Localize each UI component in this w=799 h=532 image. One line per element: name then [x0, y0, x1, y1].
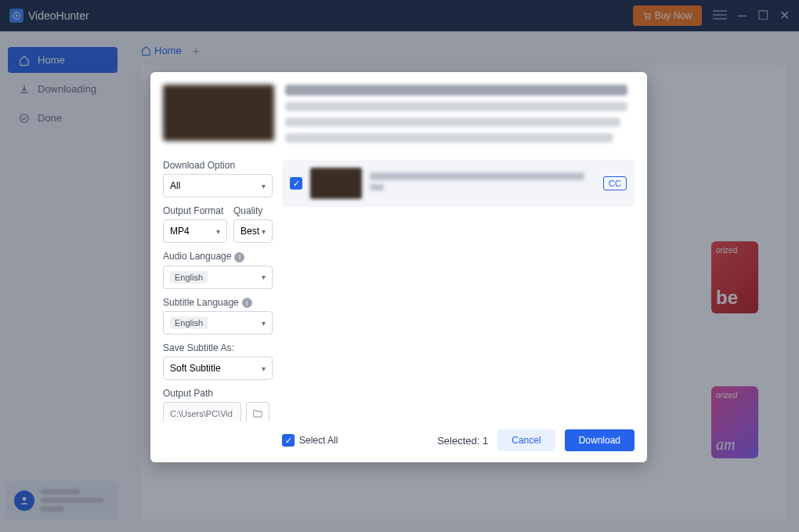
output-format-label: Output Format [163, 205, 227, 216]
chevron-down-icon: ▾ [216, 227, 220, 236]
quality-select[interactable]: Best ▾ [233, 219, 273, 243]
output-format-select[interactable]: MP4 ▾ [163, 219, 227, 243]
output-path-input[interactable] [163, 402, 241, 422]
cancel-button[interactable]: Cancel [497, 429, 555, 451]
options-panel: Download Option All ▾ Output Format Qual… [163, 160, 273, 422]
result-meta [370, 172, 595, 194]
browse-folder-button[interactable] [246, 402, 269, 422]
selected-count: Selected: 1 [437, 435, 488, 447]
video-meta [285, 85, 634, 149]
save-subtitle-select[interactable]: Soft Subtitle ▾ [163, 356, 273, 380]
chevron-down-icon: ▾ [262, 319, 266, 328]
folder-icon [252, 408, 263, 419]
download-button[interactable]: Download [565, 429, 634, 451]
info-icon[interactable]: ! [234, 252, 244, 262]
result-item[interactable]: ✓ CC [282, 160, 634, 207]
download-modal: Download Option All ▾ Output Format Qual… [150, 72, 647, 462]
quality-label: Quality [233, 205, 273, 216]
info-icon[interactable]: ! [242, 298, 252, 308]
modal-footer: ✓ Select All Selected: 1 Cancel Download [163, 422, 634, 451]
output-path-label: Output Path [163, 388, 273, 399]
audio-language-select[interactable]: English ▾ [163, 266, 273, 289]
subtitle-language-select[interactable]: English ▾ [163, 311, 273, 335]
download-option-label: Download Option [163, 160, 273, 171]
chevron-down-icon: ▾ [262, 273, 266, 281]
chevron-down-icon: ▾ [262, 227, 266, 236]
audio-language-label: Audio Language! [163, 251, 273, 262]
select-all-control[interactable]: ✓ Select All [282, 434, 338, 447]
results-panel: ✓ CC [282, 160, 634, 422]
cc-badge[interactable]: CC [603, 176, 627, 190]
subtitle-language-label: Subtitle Language! [163, 297, 273, 309]
chevron-down-icon: ▾ [262, 364, 266, 373]
chevron-down-icon: ▾ [262, 182, 266, 190]
result-checkbox[interactable]: ✓ [290, 177, 302, 190]
modal-header [163, 85, 634, 149]
download-option-select[interactable]: All ▾ [163, 174, 273, 197]
result-thumbnail [310, 168, 362, 199]
select-all-checkbox[interactable]: ✓ [282, 434, 295, 447]
save-subtitle-label: Save Subtitle As: [163, 342, 273, 353]
video-thumbnail [163, 85, 274, 141]
